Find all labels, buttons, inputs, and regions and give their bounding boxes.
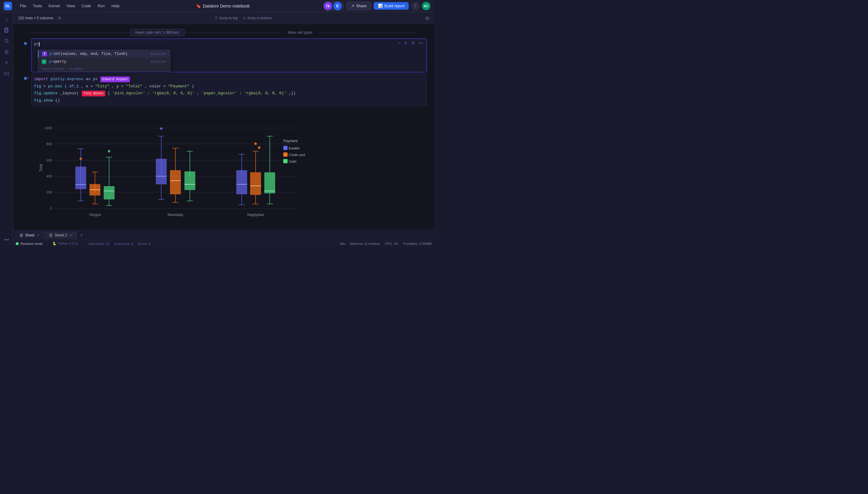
- menu-file[interactable]: File: [17, 2, 29, 10]
- main-layout: ⌂ ⊞ ≡ (x) ••• 152 rows × 5 columns ⧉: [0, 12, 434, 247]
- jump-bottom-icon: ⇓: [243, 16, 246, 20]
- tab-sheet-1[interactable]: ☰ Sheet ✕: [16, 232, 44, 239]
- svg-text:Yangon: Yangon: [89, 213, 101, 217]
- sidebar-icon-file[interactable]: [2, 25, 12, 35]
- cell-7-code[interactable]: import plotly.express as px Edward Hoppe…: [32, 74, 426, 106]
- reactive-label: Reactive mode: [20, 242, 42, 246]
- svg-rect-83: [283, 146, 288, 150]
- table-copy-icon[interactable]: ⧉: [58, 16, 61, 20]
- menu-help[interactable]: Help: [109, 2, 123, 10]
- share-button[interactable]: ↗ Share: [347, 2, 371, 10]
- autocomplete-cat-property: builtins: [150, 60, 166, 63]
- machine-status: Machine: t2.medium: [350, 242, 380, 246]
- svg-line-5: [7, 42, 8, 43]
- cell-6-code[interactable]: pr: [32, 39, 426, 50]
- tab-sheet-2-close[interactable]: ✕: [69, 233, 73, 238]
- build-report-label: Build report: [385, 4, 404, 8]
- cell-delete-btn[interactable]: 🗑: [410, 40, 416, 46]
- sidebar-icon-home[interactable]: ⌂: [2, 15, 12, 24]
- cell-7-gutter: [7]: [13, 74, 31, 106]
- autocomplete-item-print[interactable]: f print(values, sep, end, file, flush) b…: [38, 50, 170, 58]
- autocomplete-badge-c: c: [42, 59, 47, 64]
- tab-sheet-2[interactable]: ☰ Sheet 2 ✕: [45, 232, 77, 239]
- avatar-e: E: [333, 2, 342, 10]
- cell-7-content[interactable]: ▶ import plotly.express as px Edward Hop…: [31, 74, 427, 106]
- add-tab-button[interactable]: +: [78, 232, 85, 239]
- menu-tools[interactable]: Tools: [30, 2, 45, 10]
- cell-6-container: ▶ + ⚙ 🗑 ••• pr f: [13, 39, 434, 72]
- cursor-label-tony: Tony Bones: [82, 91, 105, 96]
- jump-to-top-btn[interactable]: ⇑ Jump to top: [215, 16, 238, 20]
- code-text: pr: [34, 42, 39, 46]
- jump-top-icon: ⇑: [215, 16, 218, 20]
- autocomplete-dropdown[interactable]: f print(values, sep, end, file, flush) b…: [38, 50, 170, 72]
- svg-text:Payment: Payment: [283, 139, 298, 143]
- avatar-te: TE: [324, 2, 332, 10]
- tab-sheet-1-label: Sheet: [25, 233, 34, 238]
- svg-text:600: 600: [47, 158, 52, 162]
- filter-icon[interactable]: ⊟: [426, 16, 429, 20]
- bottom-tabs-bar: ☰ Sheet ✕ ☰ Sheet 2 ✕ +: [13, 230, 434, 240]
- cell-7-container: [7] ▶ import plotly.express as px Edward…: [13, 74, 434, 106]
- notebook-area: Insert code cell (⌥⌘Enter) More cell typ…: [13, 24, 434, 230]
- notebook-title-text: Datalore Demo notebook: [203, 4, 250, 8]
- svg-rect-43: [156, 159, 167, 184]
- svg-text:400: 400: [47, 174, 52, 178]
- sidebar-icon-search[interactable]: [2, 36, 12, 46]
- svg-text:0: 0: [50, 207, 52, 210]
- insert-line-left: [31, 33, 130, 33]
- cell-6-toolbar: + ⚙ 🗑 •••: [397, 40, 424, 46]
- svg-point-47: [160, 128, 163, 130]
- python-version: 🐍 Python 3.8.12: [52, 242, 78, 246]
- chart-container: Total 0 200 400 600 800 1000: [31, 107, 427, 229]
- autocomplete-item-property[interactable]: c property builtins: [38, 58, 170, 66]
- notebook-title: 🔖 Datalore Demo notebook: [196, 4, 250, 8]
- menu-view[interactable]: View: [63, 2, 78, 10]
- rows-info: 152 rows × 5 columns: [18, 16, 53, 20]
- tab-sheet-2-label: Sheet 2: [55, 233, 67, 238]
- help-button[interactable]: ?: [411, 2, 420, 10]
- sidebar-icon-variable[interactable]: (x): [2, 69, 12, 78]
- topbar-right: TE E ↗ Share 📊 Build report ? AC: [323, 1, 430, 11]
- menu-run[interactable]: Run: [95, 2, 108, 10]
- topbar: DL File Tools Kernel View Code Run Help …: [0, 0, 434, 12]
- svg-text:Naypyitaw: Naypyitaw: [247, 213, 264, 217]
- svg-rect-87: [283, 159, 288, 163]
- cell-more-btn[interactable]: •••: [418, 40, 424, 46]
- insert-code-cell-button[interactable]: Insert code cell (⌥⌘Enter): [130, 29, 185, 36]
- freemem-status: FreeMem: 1760MB: [403, 242, 431, 246]
- more-cell-types-button[interactable]: More cell types: [283, 29, 317, 36]
- jump-to-bottom-btn[interactable]: ⇓ Jump to bottom: [243, 16, 272, 20]
- cell-7-line-4: fig.show (): [34, 98, 423, 103]
- menu-code[interactable]: Code: [79, 2, 94, 10]
- cell-6-content[interactable]: ▶ + ⚙ 🗑 ••• pr f: [31, 39, 427, 72]
- cell-settings-btn[interactable]: ⚙: [403, 40, 409, 46]
- menu-kernel[interactable]: Kernel: [45, 2, 63, 10]
- jump-top-label: Jump to top: [219, 16, 238, 20]
- sidebar-icon-grid[interactable]: ⊞: [2, 47, 12, 57]
- svg-text:Ewallet: Ewallet: [289, 146, 299, 150]
- report-icon: 📊: [378, 4, 383, 8]
- app-logo: DL: [4, 2, 12, 10]
- insert-cell-bar: Insert code cell (⌥⌘Enter) More cell typ…: [31, 29, 416, 36]
- autocomplete-name-property: property: [49, 60, 148, 64]
- svg-rect-63: [236, 170, 247, 194]
- calculated-status: Calculated: 14: [88, 242, 109, 246]
- status-bar: Reactive mode 🐍 Python 3.8.12 Calculated…: [13, 240, 434, 247]
- cell-7-run-button[interactable]: ▶: [24, 76, 28, 80]
- cell-6-run-button[interactable]: ▶: [24, 41, 28, 45]
- autocomplete-name-print: print(values, sep, end, file, flush): [50, 52, 148, 56]
- tab-sheet-1-close[interactable]: ✕: [36, 233, 40, 238]
- build-report-button[interactable]: 📊 Build report: [374, 2, 409, 10]
- errors-status: Errors: 0: [138, 242, 151, 246]
- tab-sheet-2-icon: ☰: [49, 233, 53, 238]
- svg-text:800: 800: [47, 142, 52, 146]
- sidebar-icon-list[interactable]: ≡: [2, 58, 12, 68]
- cell-add-btn[interactable]: +: [397, 40, 402, 46]
- sidebar-icon-more[interactable]: •••: [2, 235, 12, 245]
- svg-text:Total: Total: [39, 164, 43, 171]
- svg-text:1000: 1000: [44, 126, 52, 130]
- chart-svg: Total 0 200 400 600 800 1000: [36, 112, 308, 224]
- svg-rect-22: [75, 167, 86, 189]
- cell-6-gutter: [13, 39, 31, 72]
